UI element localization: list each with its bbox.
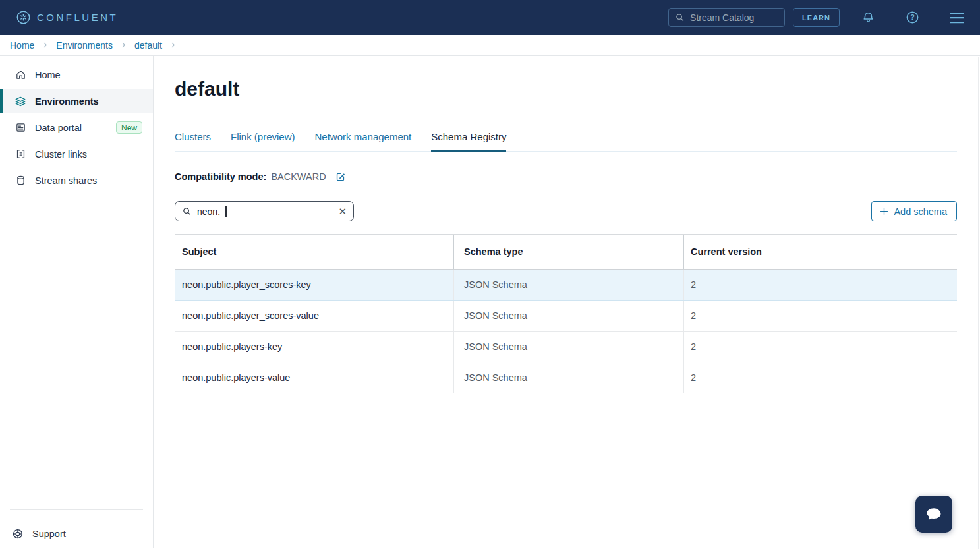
table-controls-row: neon. ✕ Add schema	[175, 201, 957, 221]
plus-icon	[879, 206, 889, 216]
compatibility-mode-label: Compatibility mode:	[175, 171, 266, 182]
page-title: default	[175, 78, 957, 100]
support-lifebuoy-icon	[12, 528, 24, 540]
tab-schema-registry[interactable]: Schema Registry	[431, 131, 506, 151]
schema-type-cell: JSON Schema	[453, 270, 683, 300]
sidebar-item-data-portal[interactable]: Data portal New	[0, 115, 153, 140]
search-icon	[675, 13, 685, 22]
hamburger-menu-icon[interactable]	[949, 11, 965, 24]
subject-link[interactable]: neon.public.players-key	[182, 341, 282, 352]
content-right-edge-line	[978, 57, 979, 549]
stream-shares-icon	[14, 175, 26, 186]
breadcrumb: Home Environments default	[0, 35, 980, 56]
brand-wordmark: CONFLUENT	[37, 12, 118, 23]
current-version-cell: 2	[683, 332, 957, 362]
sidebar-item-home[interactable]: Home	[0, 63, 153, 87]
learn-button[interactable]: LEARN	[793, 8, 840, 27]
sidebar-item-stream-shares[interactable]: Stream shares	[0, 168, 153, 192]
table-row[interactable]: neon.public.player_scores-value JSON Sch…	[175, 301, 957, 332]
svg-text:?: ?	[910, 13, 915, 21]
support-label: Support	[32, 529, 66, 539]
tab-network-management[interactable]: Network management	[315, 131, 412, 151]
tab-clusters[interactable]: Clusters	[175, 131, 211, 151]
schema-type-cell: JSON Schema	[453, 301, 683, 331]
sidebar: Home Environments Data portal New	[0, 56, 154, 548]
add-schema-button[interactable]: Add schema	[871, 201, 957, 221]
stream-catalog-input[interactable]	[690, 13, 769, 23]
main-content: default Clusters Flink (preview) Network…	[154, 56, 980, 548]
column-header-current-version[interactable]: Current version	[683, 235, 957, 269]
table-row[interactable]: neon.public.players-value JSON Schema 2	[175, 362, 957, 393]
sidebar-item-label: Home	[35, 70, 61, 80]
chevron-right-icon	[169, 42, 177, 49]
schema-type-cell: JSON Schema	[453, 362, 683, 393]
sidebar-item-label: Stream shares	[35, 175, 97, 186]
notifications-bell-icon[interactable]	[861, 11, 875, 24]
sidebar-item-cluster-links[interactable]: Cluster links	[0, 142, 153, 166]
help-icon[interactable]: ?	[906, 11, 919, 24]
chevron-right-icon	[42, 42, 49, 49]
tab-flink-preview[interactable]: Flink (preview)	[231, 131, 295, 151]
text-cursor	[225, 206, 227, 217]
edit-compatibility-icon[interactable]	[335, 171, 346, 182]
table-row[interactable]: neon.public.player_scores-key JSON Schem…	[175, 270, 957, 301]
subject-link[interactable]: neon.public.players-value	[182, 372, 290, 383]
schema-search-value: neon.	[197, 206, 220, 217]
breadcrumb-home[interactable]: Home	[10, 40, 34, 51]
confluent-spark-icon	[16, 10, 31, 25]
table-header-row: Subject Schema type Current version	[175, 234, 957, 270]
schema-table: Subject Schema type Current version neon…	[175, 234, 957, 393]
home-icon	[14, 69, 26, 80]
schema-type-cell: JSON Schema	[453, 332, 683, 362]
table-row[interactable]: neon.public.players-key JSON Schema 2	[175, 332, 957, 362]
sidebar-item-label: Data portal	[35, 123, 82, 133]
breadcrumb-environments[interactable]: Environments	[56, 40, 113, 51]
sidebar-item-support[interactable]: Support	[0, 510, 153, 548]
compatibility-mode-row: Compatibility mode: BACKWARD	[175, 171, 957, 182]
column-header-subject[interactable]: Subject	[175, 235, 453, 269]
subject-link[interactable]: neon.public.player_scores-key	[182, 279, 311, 290]
chat-bubble-icon	[924, 505, 944, 523]
layers-icon	[14, 96, 26, 107]
cluster-links-icon	[14, 148, 26, 159]
chevron-right-icon	[120, 42, 127, 49]
schema-search-input[interactable]: neon. ✕	[175, 201, 354, 221]
chat-widget-button[interactable]	[915, 496, 952, 533]
search-icon	[182, 206, 192, 216]
current-version-cell: 2	[683, 301, 957, 331]
top-navbar: CONFLUENT LEARN ?	[0, 0, 980, 35]
new-badge: New	[116, 121, 142, 134]
sidebar-item-environments[interactable]: Environments	[0, 89, 153, 113]
confluent-logo[interactable]: CONFLUENT	[16, 10, 118, 25]
compatibility-mode-value: BACKWARD	[271, 171, 326, 182]
current-version-cell: 2	[683, 362, 957, 393]
column-header-schema-type[interactable]: Schema type	[453, 235, 683, 269]
add-schema-label: Add schema	[894, 206, 947, 217]
stream-catalog-search[interactable]	[668, 8, 785, 27]
tab-bar: Clusters Flink (preview) Network managem…	[175, 131, 957, 152]
subject-link[interactable]: neon.public.player_scores-value	[182, 310, 319, 321]
breadcrumb-default[interactable]: default	[134, 40, 162, 51]
sidebar-item-label: Environments	[35, 96, 99, 107]
current-version-cell: 2	[683, 270, 957, 300]
document-icon	[14, 122, 26, 133]
sidebar-item-label: Cluster links	[35, 149, 87, 159]
clear-search-icon[interactable]: ✕	[338, 206, 347, 216]
